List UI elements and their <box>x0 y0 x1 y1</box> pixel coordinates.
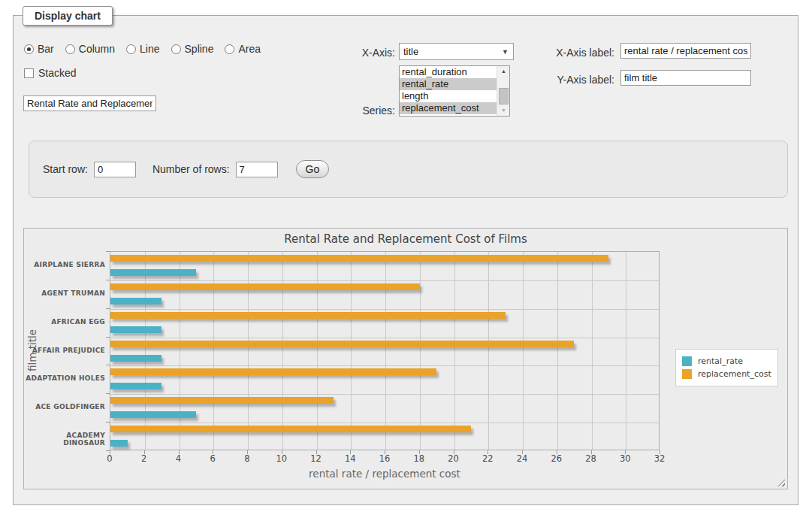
radio-icon[interactable] <box>24 44 34 54</box>
bar-replacement_cost <box>110 255 608 262</box>
y-category-label: ACE GOLDFINGER <box>26 403 105 411</box>
gridline-vertical <box>317 252 318 450</box>
x-axis-label-input[interactable] <box>620 43 751 59</box>
y-tick-mark <box>106 422 110 423</box>
gridline-horizontal <box>110 309 659 310</box>
x-tick-label: 0 <box>95 453 125 464</box>
radio-label: Area <box>238 43 261 55</box>
chart-y-axis-title: film title <box>26 329 38 371</box>
y-tick-mark <box>106 365 110 365</box>
x-tick-label: 20 <box>439 453 469 464</box>
legend-entry: rental_rate <box>682 356 771 367</box>
bar-rental_rate <box>110 440 128 447</box>
gridline-vertical <box>213 252 214 450</box>
series-options: rental_durationrental_ratelengthreplacem… <box>400 66 509 114</box>
y-category-label: ACADEMY DINOSAUR <box>26 432 105 447</box>
x-axis-select[interactable]: title ▼ <box>399 43 514 60</box>
bar-rental_rate <box>110 383 161 389</box>
gridline-horizontal <box>110 394 659 395</box>
legend-swatch-replacement_cost <box>682 369 692 379</box>
chart-type-line[interactable]: Line <box>126 43 159 55</box>
chart-x-axis-title: rental rate / replacement cost <box>110 468 660 480</box>
go-button[interactable]: Go <box>296 160 330 178</box>
resize-handle-icon[interactable] <box>776 477 785 486</box>
checkbox-icon[interactable] <box>24 68 34 78</box>
series-option-rental_rate[interactable]: rental_rate <box>400 78 498 90</box>
num-rows-label: Number of rows: <box>152 163 230 175</box>
gridline-vertical <box>557 252 558 450</box>
row-range-panel: Start row: Number of rows: Go <box>29 141 788 198</box>
y-category-label: AGENT TRUMAN <box>26 289 105 297</box>
gridline-vertical <box>385 252 386 450</box>
bar-replacement_cost <box>110 283 420 290</box>
series-list-label: Series: <box>337 105 395 117</box>
x-tick-label: 26 <box>542 453 572 464</box>
y-category-label: AIRPLANE SIERRA <box>26 261 105 268</box>
gridline-vertical <box>454 252 455 450</box>
gridline-horizontal <box>110 280 659 281</box>
chart-legend: rental_ratereplacement_cost <box>675 349 778 386</box>
gridline-horizontal <box>110 338 659 338</box>
radio-icon[interactable] <box>126 44 136 54</box>
chevron-down-icon: ▼ <box>502 48 509 56</box>
gridline-horizontal <box>110 365 659 366</box>
chart-type-bar[interactable]: Bar <box>24 43 54 55</box>
radio-icon[interactable] <box>65 44 75 54</box>
y-axis-label-label: Y-Axis label: <box>539 74 614 86</box>
x-tick-label: 24 <box>507 453 537 464</box>
num-rows-input[interactable] <box>236 162 278 177</box>
chart-plot-area <box>110 251 660 450</box>
bar-rental_rate <box>110 355 161 362</box>
bar-replacement_cost <box>110 426 471 432</box>
stacked-checkbox[interactable]: Stacked <box>24 67 77 79</box>
y-tick-mark <box>106 450 110 451</box>
series-option-replacement_cost[interactable]: replacement_cost <box>400 102 498 114</box>
radio-label: Bar <box>38 43 54 55</box>
series-option-rental_duration[interactable]: rental_duration <box>400 66 498 78</box>
scrollbar-thumb[interactable] <box>499 88 509 105</box>
x-tick-label: 14 <box>335 453 365 464</box>
radio-icon[interactable] <box>171 44 181 54</box>
chart-type-column[interactable]: Column <box>65 43 115 55</box>
scroll-up-icon[interactable]: ▲ <box>497 66 510 77</box>
x-tick-label: 16 <box>370 453 400 464</box>
legend-label: rental_rate <box>698 356 743 366</box>
listbox-scrollbar[interactable]: ▲ ▼ <box>497 66 509 116</box>
radio-label: Column <box>79 43 115 55</box>
chart-title-input[interactable] <box>23 95 156 111</box>
chart-type-spline[interactable]: Spline <box>171 43 214 55</box>
radio-label: Spline <box>185 43 214 55</box>
gridline-vertical <box>248 252 249 450</box>
start-row-input[interactable] <box>94 162 136 177</box>
x-tick-label: 32 <box>644 453 675 464</box>
radio-icon[interactable] <box>225 44 234 54</box>
y-axis-label-input[interactable] <box>620 70 751 86</box>
bar-rental_rate <box>110 411 196 418</box>
y-tick-mark <box>106 308 110 309</box>
x-tick-label: 22 <box>472 453 503 464</box>
legend-swatch-rental_rate <box>682 356 692 366</box>
start-row-label: Start row: <box>43 163 88 175</box>
x-axis-selected-value: title <box>403 46 418 57</box>
y-tick-mark <box>106 280 110 280</box>
series-option-length[interactable]: length <box>400 90 498 102</box>
x-axis-label-label: X-Axis label: <box>539 47 614 59</box>
y-tick-mark <box>106 337 110 338</box>
legend-entry: replacement_cost <box>682 368 771 380</box>
series-listbox[interactable]: rental_durationrental_ratelengthreplacem… <box>399 65 510 117</box>
gridline-vertical <box>145 252 146 450</box>
y-tick-mark <box>106 251 110 252</box>
y-category-label: AFRICAN EGG <box>26 318 105 326</box>
bar-rental_rate <box>110 269 196 276</box>
x-tick-label: 28 <box>576 453 606 464</box>
scroll-down-icon[interactable]: ▼ <box>497 105 510 116</box>
x-tick-label: 2 <box>129 453 159 464</box>
chart-type-radios: BarColumnLineSplineArea <box>24 43 261 55</box>
chart-type-area[interactable]: Area <box>225 43 261 55</box>
gridline-vertical <box>420 252 421 450</box>
y-tick-mark <box>106 393 110 394</box>
x-axis-select-label: X-Axis: <box>346 47 395 59</box>
x-tick-label: 10 <box>267 453 297 464</box>
gridline-vertical <box>592 252 593 450</box>
gridline-vertical <box>282 252 283 450</box>
